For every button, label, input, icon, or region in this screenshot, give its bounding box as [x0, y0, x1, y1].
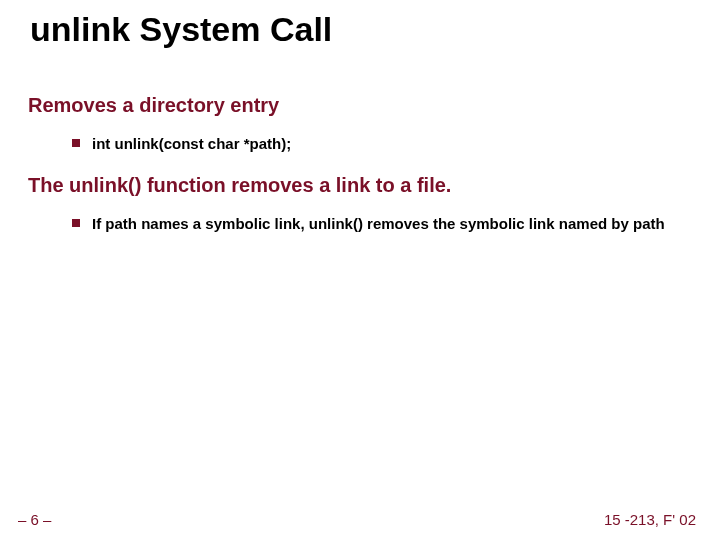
slide-title: unlink System Call	[30, 10, 332, 49]
bullet-square-icon	[72, 219, 80, 227]
subheading-function: The unlink() function removes a link to …	[28, 174, 451, 197]
slide: unlink System Call Removes a directory e…	[0, 0, 720, 540]
subheading-removes: Removes a directory entry	[28, 94, 279, 117]
bullet-symlink: If path names a symbolic link, unlink() …	[72, 214, 692, 234]
bullet-signature: int unlink(const char *path);	[72, 134, 291, 154]
bullet-square-icon	[72, 139, 80, 147]
bullet-symlink-text: If path names a symbolic link, unlink() …	[92, 214, 665, 234]
page-number: – 6 –	[18, 511, 51, 528]
course-label: 15 -213, F' 02	[604, 511, 696, 528]
bullet-signature-text: int unlink(const char *path);	[92, 134, 291, 154]
